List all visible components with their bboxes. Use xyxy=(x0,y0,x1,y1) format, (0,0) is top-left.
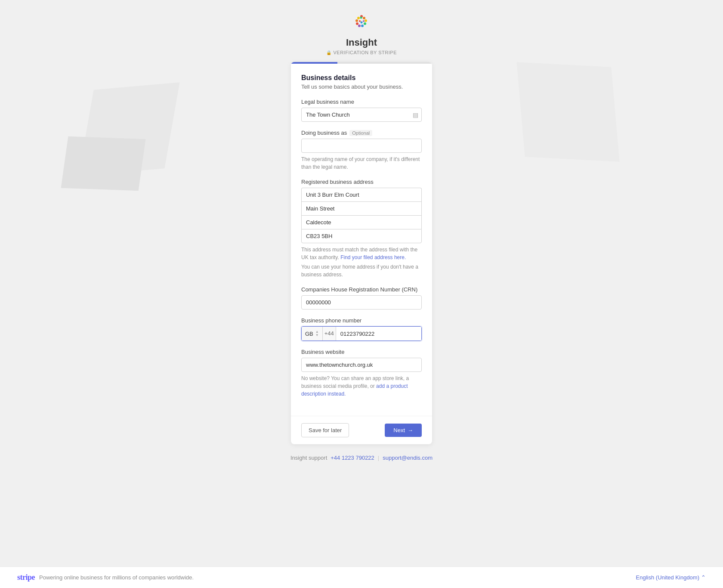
svg-point-3 xyxy=(364,22,366,25)
svg-point-9 xyxy=(360,17,362,19)
phone-number-input[interactable] xyxy=(336,327,421,340)
support-email[interactable]: support@endis.com xyxy=(383,455,433,461)
card-content: Business details Tell us some basics abo… xyxy=(291,64,432,416)
legal-name-input[interactable] xyxy=(301,108,422,122)
address-label: Registered business address xyxy=(301,179,422,185)
stripe-footer: stripe Powering online business for mill… xyxy=(0,566,723,588)
form-card: Business details Tell us some basics abo… xyxy=(291,62,432,444)
phone-label: Business phone number xyxy=(301,317,422,324)
stripe-logo-area: stripe Powering online business for mill… xyxy=(17,573,194,582)
website-label: Business website xyxy=(301,349,422,355)
svg-point-5 xyxy=(358,25,361,27)
stepper-arrows: ▲ ▼ xyxy=(315,330,319,337)
stripe-wordmark: stripe xyxy=(17,573,35,582)
stripe-footer-text: Powering online business for millions of… xyxy=(39,574,194,581)
svg-point-4 xyxy=(361,25,364,27)
verification-label: VERIFICATION BY STRIPE xyxy=(333,50,397,55)
website-input[interactable] xyxy=(301,358,422,372)
support-footer: Insight support +44 1223 790222 | suppor… xyxy=(290,455,433,461)
phone-field: GB ▲ ▼ +44 xyxy=(301,326,422,341)
legal-name-label: Legal business name xyxy=(301,99,422,105)
phone-country-code: GB xyxy=(305,331,313,337)
phone-dial-code: +44 xyxy=(323,327,336,340)
support-phone[interactable]: +44 1223 790222 xyxy=(331,455,374,461)
svg-point-11 xyxy=(363,20,365,22)
dba-input[interactable] xyxy=(301,139,422,153)
save-later-button[interactable]: Save for later xyxy=(301,423,349,437)
legal-name-input-wrapper: ▤ xyxy=(301,108,422,122)
address-city-input[interactable] xyxy=(301,215,422,229)
language-label: English (United Kingdom) xyxy=(636,574,699,581)
page-container: Insight 🔒 VERIFICATION BY STRIPE Busines… xyxy=(0,0,723,478)
dba-label: Doing business as Optional xyxy=(301,130,422,136)
svg-point-10 xyxy=(360,22,362,24)
crn-group: Companies House Registration Number (CRN… xyxy=(301,286,422,309)
language-selector[interactable]: English (United Kingdom) ⌃ xyxy=(636,574,706,581)
address-line1-input[interactable] xyxy=(301,188,422,201)
address-stack xyxy=(301,188,422,243)
optional-badge: Optional xyxy=(349,130,372,136)
crn-input[interactable] xyxy=(301,295,422,309)
business-card-icon: ▤ xyxy=(413,111,418,118)
dba-group: Doing business as Optional The operating… xyxy=(301,130,422,171)
svg-point-8 xyxy=(357,17,360,19)
legal-name-group: Legal business name ▤ xyxy=(301,99,422,122)
address-line2-input[interactable] xyxy=(301,201,422,215)
address-postcode-input[interactable] xyxy=(301,229,422,243)
support-divider: | xyxy=(378,455,379,461)
website-group: Business website No website? You can sha… xyxy=(301,349,422,398)
section-subtitle: Tell us some basics about your business. xyxy=(301,84,422,90)
verification-badge: 🔒 VERIFICATION BY STRIPE xyxy=(326,50,397,55)
logo-area: Insight 🔒 VERIFICATION BY STRIPE xyxy=(326,13,397,55)
svg-point-7 xyxy=(355,19,358,22)
app-logo xyxy=(351,13,372,34)
support-label: Insight support xyxy=(290,455,327,461)
address-hint2: You can use your home address if you don… xyxy=(301,263,422,279)
chevron-down-icon: ⌃ xyxy=(701,574,706,581)
website-hint: No website? You can share an app store l… xyxy=(301,374,422,398)
svg-point-12 xyxy=(359,20,361,22)
filed-address-link[interactable]: Find your filed address here. xyxy=(340,254,406,260)
card-footer: Save for later Next → xyxy=(291,416,432,444)
next-button[interactable]: Next → xyxy=(385,424,422,437)
app-title: Insight xyxy=(346,37,377,48)
next-arrow-icon: → xyxy=(408,427,413,433)
phone-group: Business phone number GB ▲ ▼ +44 xyxy=(301,317,422,341)
dba-hint: The operating name of your company, if i… xyxy=(301,155,422,171)
svg-point-1 xyxy=(363,17,365,19)
svg-point-6 xyxy=(356,22,358,25)
address-hint1: This address must match the address file… xyxy=(301,246,422,261)
address-group: Registered business address This address… xyxy=(301,179,422,279)
svg-point-2 xyxy=(365,19,367,22)
lock-icon: 🔒 xyxy=(326,50,332,55)
section-title: Business details xyxy=(301,74,422,82)
crn-label: Companies House Registration Number (CRN… xyxy=(301,286,422,293)
phone-country-selector[interactable]: GB ▲ ▼ xyxy=(302,327,323,340)
